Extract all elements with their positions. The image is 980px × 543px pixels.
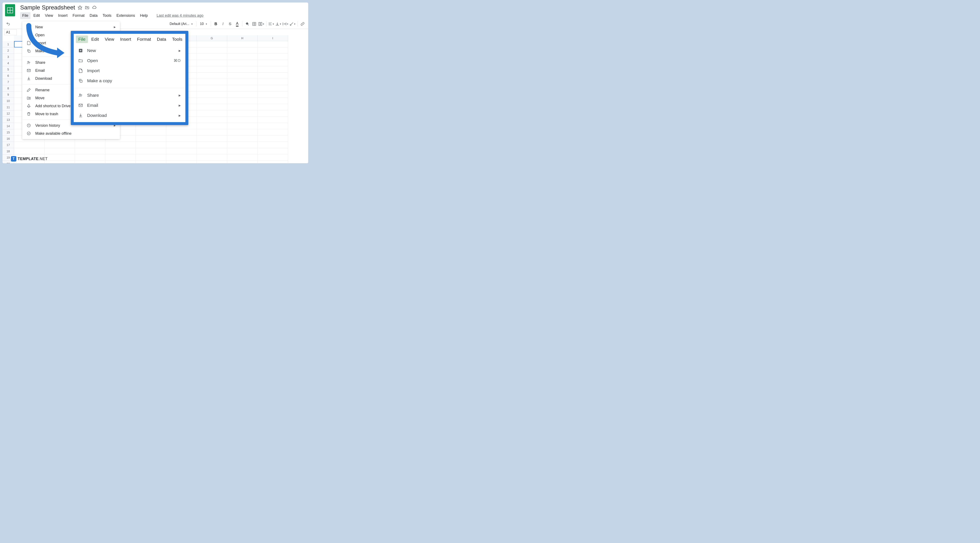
row-header[interactable]: 3 — [3, 54, 14, 60]
cell[interactable] — [258, 104, 288, 110]
cell[interactable] — [197, 135, 227, 142]
halign-button[interactable]: ▼ — [268, 21, 274, 27]
overlay-menu-edit[interactable]: Edit — [89, 35, 102, 43]
row-header[interactable]: 4 — [3, 60, 14, 66]
cell[interactable] — [136, 154, 166, 161]
rotate-button[interactable]: ▼ — [290, 21, 296, 27]
menu-extensions[interactable]: Extensions — [115, 12, 137, 19]
col-header[interactable]: I — [258, 35, 288, 41]
menu-format[interactable]: Format — [70, 12, 87, 19]
cell[interactable] — [105, 142, 136, 148]
cell[interactable] — [258, 79, 288, 85]
italic-button[interactable]: I — [220, 21, 226, 27]
sheets-logo-icon[interactable] — [5, 4, 15, 16]
cell[interactable] — [45, 142, 75, 148]
row-header[interactable]: 10 — [3, 98, 14, 104]
row-header[interactable]: 9 — [3, 92, 14, 98]
col-header[interactable]: H — [227, 35, 258, 41]
cell[interactable] — [227, 135, 258, 142]
cell[interactable] — [258, 48, 288, 54]
cell[interactable] — [258, 161, 288, 163]
cell[interactable] — [166, 129, 197, 135]
cell[interactable] — [227, 154, 258, 161]
cell[interactable] — [227, 66, 258, 73]
cell[interactable] — [197, 98, 227, 104]
cell[interactable] — [105, 148, 136, 154]
cell[interactable] — [166, 148, 197, 154]
overlay-menu-view[interactable]: View — [102, 35, 117, 43]
overlay-import[interactable]: Import — [74, 66, 185, 76]
cell[interactable] — [197, 48, 227, 54]
cell[interactable] — [258, 117, 288, 123]
menu-data[interactable]: Data — [88, 12, 100, 19]
cloud-icon[interactable] — [92, 5, 97, 10]
cell[interactable] — [136, 148, 166, 154]
cell[interactable] — [258, 41, 288, 48]
cell[interactable] — [197, 123, 227, 129]
row-header[interactable]: 1 — [3, 41, 14, 48]
valign-button[interactable]: ▼ — [275, 21, 282, 27]
cell[interactable] — [75, 142, 105, 148]
menu-offline[interactable]: Make available offline — [22, 129, 120, 137]
cell[interactable] — [166, 135, 197, 142]
cell[interactable] — [227, 79, 258, 85]
cell[interactable] — [197, 104, 227, 110]
cell[interactable] — [227, 142, 258, 148]
cell[interactable] — [105, 161, 136, 163]
last-edit-link[interactable]: Last edit was 4 minutes ago — [157, 13, 204, 18]
col-header[interactable]: G — [197, 35, 227, 41]
font-select[interactable]: Default (Ari... ▼ — [168, 21, 195, 27]
cell[interactable] — [227, 117, 258, 123]
fill-color-button[interactable] — [244, 21, 250, 27]
merge-button[interactable]: ▼ — [258, 21, 264, 27]
overlay-menu-file[interactable]: File — [76, 35, 88, 43]
overlay-make-copy[interactable]: Make a copy — [74, 76, 185, 86]
star-icon[interactable] — [78, 5, 82, 10]
cell[interactable] — [197, 117, 227, 123]
cell[interactable] — [197, 79, 227, 85]
cell[interactable] — [227, 41, 258, 48]
row-header[interactable]: 11 — [3, 104, 14, 110]
borders-button[interactable] — [251, 21, 258, 27]
cell[interactable] — [258, 142, 288, 148]
row-header[interactable]: 6 — [3, 73, 14, 79]
cell[interactable] — [227, 129, 258, 135]
cell[interactable] — [197, 66, 227, 73]
cell[interactable] — [227, 48, 258, 54]
cell[interactable] — [197, 142, 227, 148]
cell[interactable] — [45, 148, 75, 154]
cell[interactable] — [197, 54, 227, 60]
move-folder-icon[interactable] — [85, 5, 89, 10]
row-header[interactable]: 8 — [3, 85, 14, 92]
cell[interactable] — [14, 148, 45, 154]
cell[interactable] — [75, 154, 105, 161]
cell[interactable] — [227, 110, 258, 117]
overlay-new[interactable]: New ▶ — [74, 46, 185, 56]
cell[interactable] — [227, 60, 258, 66]
cell[interactable] — [136, 161, 166, 163]
cell[interactable] — [166, 142, 197, 148]
cell[interactable] — [258, 154, 288, 161]
cell[interactable] — [258, 123, 288, 129]
overlay-open[interactable]: Open ⌘O — [74, 56, 185, 66]
wrap-button[interactable]: ▼ — [282, 21, 289, 27]
row-header[interactable]: 14 — [3, 123, 14, 129]
menu-insert[interactable]: Insert — [56, 12, 70, 19]
overlay-menu-insert[interactable]: Insert — [118, 35, 134, 43]
cell[interactable] — [227, 73, 258, 79]
menu-file[interactable]: File — [20, 12, 30, 19]
menu-edit[interactable]: Edit — [31, 12, 42, 19]
bold-button[interactable]: B — [213, 21, 219, 27]
row-header[interactable]: 7 — [3, 79, 14, 85]
document-title[interactable]: Sample Spreadsheet — [20, 4, 75, 11]
link-button[interactable] — [299, 21, 305, 27]
cell[interactable] — [197, 85, 227, 92]
cell[interactable] — [197, 110, 227, 117]
cell[interactable] — [258, 110, 288, 117]
row-header[interactable]: 13 — [3, 117, 14, 123]
cell[interactable] — [227, 92, 258, 98]
overlay-menu-tools[interactable]: Tools — [170, 35, 185, 43]
overlay-download[interactable]: Download ▶ — [74, 110, 185, 121]
cell[interactable] — [197, 73, 227, 79]
cell[interactable] — [258, 73, 288, 79]
